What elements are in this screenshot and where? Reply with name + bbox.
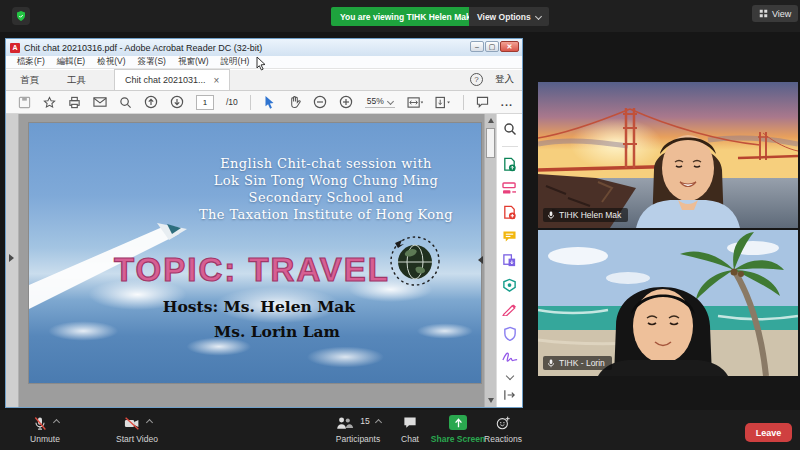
grid-view-icon [759, 9, 768, 18]
participants-label: Participants [336, 434, 380, 444]
help-icon[interactable]: ? [470, 73, 483, 86]
toolbar-divider [250, 95, 251, 110]
mic-status-icon [547, 359, 555, 368]
previous-page-icon[interactable] [144, 95, 158, 109]
helen-video-frame [538, 82, 798, 228]
scrollbar-thumb[interactable] [486, 128, 495, 158]
tab-document[interactable]: Chit chat 2021031... × [114, 69, 230, 90]
fit-width-icon[interactable] [407, 96, 423, 109]
toolbar-overflow-button[interactable]: ... [501, 96, 513, 108]
globe-icon [387, 231, 443, 289]
participant-name-label: TIHK - Lorin [543, 356, 612, 370]
video-tile-helen[interactable]: TIHK Helen Mak [538, 82, 798, 228]
acrobat-app-icon: A [10, 43, 20, 53]
print-icon[interactable] [68, 96, 81, 109]
menu-window[interactable]: 視窗(W) [172, 56, 215, 68]
video-options-chevron-icon[interactable] [145, 419, 152, 426]
mic-muted-icon [32, 415, 48, 432]
mic-status-icon [547, 211, 555, 220]
participant-name: TIHK - Lorin [559, 358, 605, 368]
video-tile-lorin[interactable]: TIHK - Lorin [538, 230, 798, 376]
minimize-button[interactable]: – [470, 41, 484, 52]
slide-host-line1: Hosts: Ms. Helen Mak [147, 297, 371, 316]
share-screen-label: Share Screen [431, 434, 485, 444]
meeting-info-button[interactable] [12, 7, 30, 25]
camera-off-icon [123, 415, 141, 432]
sign-in-button[interactable]: 登入 [495, 73, 514, 86]
share-screen-button[interactable]: Share Screen [430, 415, 486, 444]
participant-name-label: TIHK Helen Mak [543, 208, 628, 222]
tab-home[interactable]: 首頁 [6, 70, 53, 90]
zoom-control-bar: Unmute Start Video 15 [0, 410, 800, 450]
toolbar-divider [463, 95, 464, 110]
email-icon[interactable] [93, 96, 107, 108]
participants-chevron-icon[interactable] [375, 419, 382, 426]
tab-close-icon[interactable]: × [214, 75, 220, 86]
view-button[interactable]: View [752, 5, 798, 22]
zoom-top-bar: You are viewing TIHK Helen Mak's screen … [0, 0, 800, 32]
audio-options-chevron-icon[interactable] [52, 419, 59, 426]
maximize-button[interactable]: ▢ [485, 41, 499, 52]
collapse-right-pane-icon[interactable] [478, 256, 483, 264]
select-tool-icon[interactable] [263, 95, 276, 109]
view-options-button[interactable]: View Options [469, 7, 549, 26]
pdf-content-area: English Chit-chat session with Lok Sin T… [6, 114, 522, 407]
start-video-label: Start Video [116, 434, 158, 444]
more-tools-chevron-icon[interactable] [505, 372, 513, 380]
edit-pdf-icon[interactable] [502, 182, 517, 195]
pdf-slide-page: English Chit-chat session with Lok Sin T… [29, 123, 481, 383]
slide-host-line2: Ms. Lorin Lam [165, 322, 389, 341]
fill-sign-icon[interactable] [502, 303, 517, 316]
lorin-video-frame [538, 230, 798, 376]
scroll-down-icon[interactable] [488, 398, 494, 403]
pdf-toolbar: 1 /10 55% [6, 91, 522, 114]
view-button-label: View [772, 9, 791, 19]
leave-button[interactable]: Leave [745, 423, 792, 442]
vertical-scrollbar[interactable] [484, 114, 496, 407]
next-page-icon[interactable] [170, 95, 184, 109]
search-icon[interactable] [119, 96, 132, 109]
zoom-meeting-screen: You are viewing TIHK Helen Mak's screen … [0, 0, 800, 450]
menu-edit[interactable]: 編輯(E) [51, 56, 91, 68]
tab-tools[interactable]: 工具 [53, 70, 100, 90]
protect-icon[interactable] [503, 326, 517, 341]
participant-name: TIHK Helen Mak [559, 210, 621, 220]
star-icon[interactable] [43, 96, 56, 109]
open-tools-pane-icon[interactable] [503, 389, 516, 401]
search-tool-icon[interactable] [503, 122, 517, 136]
organize-pages-icon[interactable] [502, 278, 517, 293]
participants-button[interactable]: 15 Participants [322, 415, 394, 444]
show-left-pane-icon[interactable] [9, 254, 14, 262]
scroll-up-icon[interactable] [488, 118, 494, 123]
view-options-label: View Options [477, 12, 531, 22]
menu-help[interactable]: 說明(H) [215, 56, 256, 68]
start-video-button[interactable]: Start Video [103, 415, 171, 444]
unmute-button[interactable]: Unmute [14, 415, 76, 444]
combine-files-icon[interactable] [502, 253, 517, 268]
page-total-label: /10 [226, 97, 238, 107]
window-title: Chit chat 20210316.pdf - Adobe Acrobat R… [24, 43, 262, 53]
comment-tool-icon[interactable] [502, 230, 517, 243]
window-title-bar[interactable]: A Chit chat 20210316.pdf - Adobe Acrobat… [6, 39, 522, 56]
panel-divider [502, 146, 518, 147]
signature-icon[interactable] [502, 351, 518, 363]
save-icon[interactable] [18, 96, 31, 109]
page-number-input[interactable]: 1 [196, 95, 214, 110]
left-panel-strip [6, 114, 19, 407]
hand-tool-icon[interactable] [288, 95, 301, 109]
zoom-level-dropdown[interactable]: 55% [365, 96, 395, 108]
menu-file[interactable]: 檔案(F) [11, 56, 51, 68]
zoom-out-icon[interactable] [313, 95, 327, 109]
menu-sign[interactable]: 簽署(S) [132, 56, 172, 68]
create-pdf-icon[interactable] [502, 205, 517, 220]
zoom-in-icon[interactable] [339, 95, 353, 109]
reactions-button[interactable]: Reactions [479, 415, 527, 444]
security-shield-icon [15, 10, 27, 22]
page-display-icon[interactable] [435, 96, 451, 109]
unmute-label: Unmute [30, 434, 60, 444]
chat-button[interactable]: Chat [392, 415, 428, 444]
menu-view[interactable]: 檢視(V) [91, 56, 131, 68]
close-button[interactable]: ✕ [500, 41, 519, 52]
export-pdf-icon[interactable] [502, 157, 517, 172]
comment-icon[interactable] [476, 96, 489, 108]
